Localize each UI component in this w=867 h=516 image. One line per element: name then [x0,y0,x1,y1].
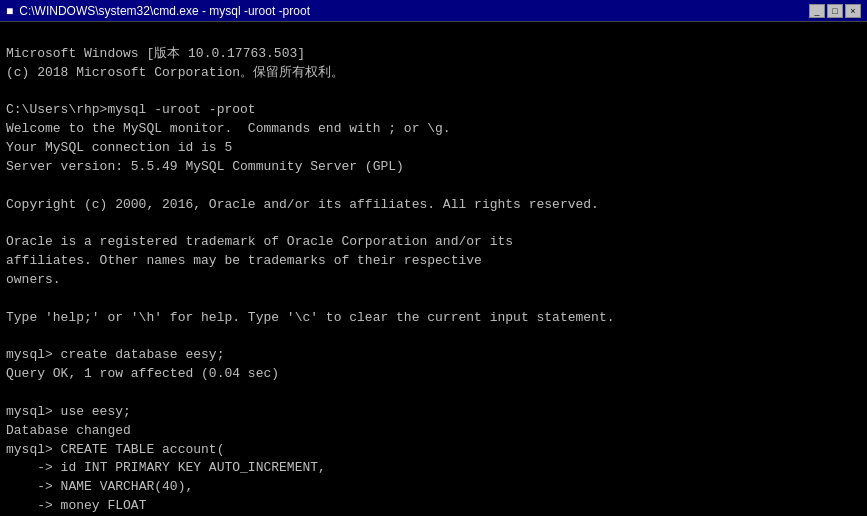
terminal-line: Copyright (c) 2000, 2016, Oracle and/or … [6,196,861,215]
terminal-line: affiliates. Other names may be trademark… [6,252,861,271]
terminal-line [6,328,861,347]
terminal-line [6,177,861,196]
terminal-line [6,290,861,309]
terminal-line: mysql> CREATE TABLE account( [6,441,861,460]
terminal-line: Database changed [6,422,861,441]
close-button[interactable]: × [845,4,861,18]
minimize-button[interactable]: _ [809,4,825,18]
terminal-line: Welcome to the MySQL monitor. Commands e… [6,120,861,139]
terminal-line: C:\Users\rhp>mysql -uroot -proot [6,101,861,120]
terminal-line: Your MySQL connection id is 5 [6,139,861,158]
terminal-line: mysql> use eesy; [6,403,861,422]
terminal-line: Microsoft Windows [版本 10.0.17763.503] [6,45,861,64]
terminal-line: -> NAME VARCHAR(40), [6,478,861,497]
terminal-line: -> id INT PRIMARY KEY AUTO_INCREMENT, [6,459,861,478]
terminal-line: owners. [6,271,861,290]
terminal-line [6,384,861,403]
terminal-line: mysql> create database eesy; [6,346,861,365]
terminal-line [6,83,861,102]
title-bar-text: C:\WINDOWS\system32\cmd.exe - mysql -uro… [19,4,809,18]
terminal-line: Server version: 5.5.49 MySQL Community S… [6,158,861,177]
maximize-button[interactable]: □ [827,4,843,18]
terminal-output: Microsoft Windows [版本 10.0.17763.503](c)… [0,22,867,516]
terminal-line: Oracle is a registered trademark of Orac… [6,233,861,252]
terminal-line: Query OK, 1 row affected (0.04 sec) [6,365,861,384]
terminal-line: (c) 2018 Microsoft Corporation。保留所有权利。 [6,64,861,83]
terminal-line: -> money FLOAT [6,497,861,516]
terminal-line [6,214,861,233]
cmd-icon: ■ [6,4,13,18]
terminal-line: Type 'help;' or '\h' for help. Type '\c'… [6,309,861,328]
title-bar-buttons: _ □ × [809,4,861,18]
title-bar: ■ C:\WINDOWS\system32\cmd.exe - mysql -u… [0,0,867,22]
